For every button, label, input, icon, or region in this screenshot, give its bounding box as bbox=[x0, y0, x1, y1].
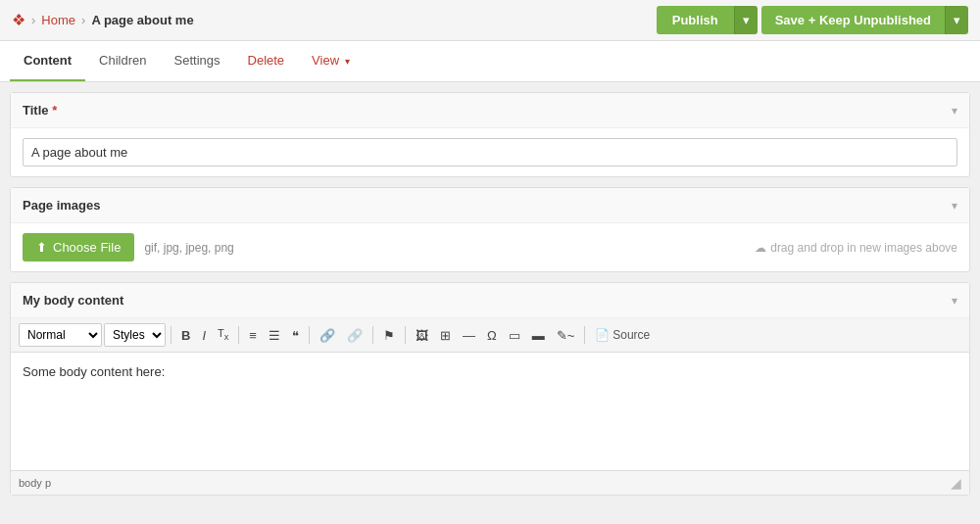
title-section: Title * ▾ bbox=[10, 92, 970, 177]
special-char-button[interactable]: Ω bbox=[482, 325, 502, 346]
unlink-button[interactable]: 🔗 bbox=[342, 325, 368, 346]
strikethrough-button[interactable]: Tx bbox=[213, 324, 233, 345]
tabs-bar: Content Children Settings Delete View ▾ bbox=[0, 41, 980, 82]
bottom-actions: Publish ▾ Save + Keep Unpublished ▾ bbox=[0, 515, 980, 524]
breadcrumb-sep2: › bbox=[81, 13, 85, 27]
body-section-body: Normal Heading 1 Heading 2 Styles B I Tx… bbox=[11, 318, 969, 495]
site-icon: ❖ bbox=[12, 11, 25, 29]
publish-dropdown-top[interactable]: ▾ bbox=[734, 6, 758, 34]
breadcrumb-current: A page about me bbox=[91, 13, 193, 27]
source-icon: 📄 bbox=[595, 328, 610, 342]
images-collapse-icon[interactable]: ▾ bbox=[952, 199, 957, 213]
editor-path: body p bbox=[19, 477, 51, 489]
style-select[interactable]: Styles bbox=[104, 323, 166, 347]
save-dropdown-top[interactable]: ▾ bbox=[945, 6, 968, 34]
body-collapse-icon[interactable]: ▾ bbox=[952, 294, 957, 308]
save-button-top[interactable]: Save + Keep Unpublished bbox=[761, 6, 945, 34]
drag-drop-hint: ☁ drag and drop in new images above bbox=[755, 241, 957, 255]
top-bar: ❖ › Home › A page about me Publish ▾ Sav… bbox=[0, 0, 980, 41]
title-label: Title * bbox=[23, 103, 57, 118]
spellcheck-button[interactable]: ✎~ bbox=[552, 325, 580, 346]
source-button[interactable]: 📄 Source bbox=[590, 325, 655, 345]
breadcrumb-home[interactable]: Home bbox=[41, 13, 75, 27]
images-section: Page images ▾ ⬆ Choose File gif, jpg, jp… bbox=[10, 187, 970, 272]
iframe-button[interactable]: ▭ bbox=[504, 325, 525, 346]
link-button[interactable]: 🔗 bbox=[315, 325, 340, 346]
hr-button[interactable]: — bbox=[458, 325, 480, 346]
breadcrumb: ❖ › Home › A page about me bbox=[12, 11, 194, 29]
table-button[interactable]: ⊞ bbox=[435, 325, 456, 346]
italic-button[interactable]: I bbox=[197, 325, 211, 346]
title-section-body bbox=[11, 128, 969, 176]
bold-button[interactable]: B bbox=[176, 325, 195, 346]
toolbar-sep-1 bbox=[171, 326, 172, 344]
choose-file-button[interactable]: ⬆ Choose File bbox=[23, 233, 134, 262]
body-section-header: My body content ▾ bbox=[11, 283, 969, 318]
title-required: * bbox=[52, 103, 57, 118]
breadcrumb-sep1: › bbox=[31, 13, 35, 27]
title-input[interactable] bbox=[23, 138, 957, 167]
body-label: My body content bbox=[23, 293, 123, 308]
content-area: Title * ▾ Page images ▾ ⬆ Choose File gi… bbox=[0, 82, 980, 515]
ordered-list-button[interactable]: ≡ bbox=[244, 325, 262, 346]
title-collapse-icon[interactable]: ▾ bbox=[952, 104, 957, 118]
image-button[interactable]: 🖼 bbox=[411, 325, 433, 346]
embed-button[interactable]: ▬ bbox=[527, 325, 550, 346]
images-section-header: Page images ▾ bbox=[11, 188, 969, 223]
save-btn-group: Save + Keep Unpublished ▾ bbox=[761, 6, 968, 34]
cloud-icon: ☁ bbox=[755, 241, 766, 255]
editor-toolbar: Normal Heading 1 Heading 2 Styles B I Tx… bbox=[11, 318, 969, 353]
toolbar-sep-4 bbox=[372, 326, 373, 344]
resize-handle[interactable]: ◢ bbox=[951, 475, 961, 491]
toolbar-sep-6 bbox=[584, 326, 585, 344]
toolbar-sep-2 bbox=[238, 326, 239, 344]
file-types-label: gif, jpg, jpeg, png bbox=[144, 241, 233, 255]
editor-content: Some body content here: bbox=[23, 364, 957, 379]
images-section-body: ⬆ Choose File gif, jpg, jpeg, png ☁ drag… bbox=[11, 223, 969, 271]
blockquote-button[interactable]: ❝ bbox=[287, 325, 304, 346]
flag-button[interactable]: ⚑ bbox=[378, 325, 400, 346]
view-dropdown-icon: ▾ bbox=[345, 56, 350, 67]
tab-settings[interactable]: Settings bbox=[161, 41, 234, 81]
publish-button-top[interactable]: Publish bbox=[657, 6, 734, 34]
upload-icon: ⬆ bbox=[36, 240, 47, 255]
images-label: Page images bbox=[23, 198, 101, 213]
body-section: My body content ▾ Normal Heading 1 Headi… bbox=[10, 282, 970, 496]
tab-view[interactable]: View ▾ bbox=[298, 41, 364, 81]
title-section-header: Title * ▾ bbox=[11, 93, 969, 128]
toolbar-sep-3 bbox=[309, 326, 310, 344]
images-left: ⬆ Choose File gif, jpg, jpeg, png bbox=[23, 233, 234, 262]
tab-delete[interactable]: Delete bbox=[234, 41, 299, 81]
publish-btn-group: Publish ▾ bbox=[657, 6, 758, 34]
unordered-list-button[interactable]: ☰ bbox=[264, 325, 285, 346]
tab-children[interactable]: Children bbox=[85, 41, 160, 81]
editor-body[interactable]: Some body content here: bbox=[11, 353, 969, 470]
top-actions: Publish ▾ Save + Keep Unpublished ▾ bbox=[657, 6, 968, 34]
tab-content[interactable]: Content bbox=[10, 41, 85, 81]
format-select[interactable]: Normal Heading 1 Heading 2 bbox=[19, 323, 102, 347]
toolbar-sep-5 bbox=[405, 326, 406, 344]
editor-footer: body p ◢ bbox=[11, 470, 969, 495]
